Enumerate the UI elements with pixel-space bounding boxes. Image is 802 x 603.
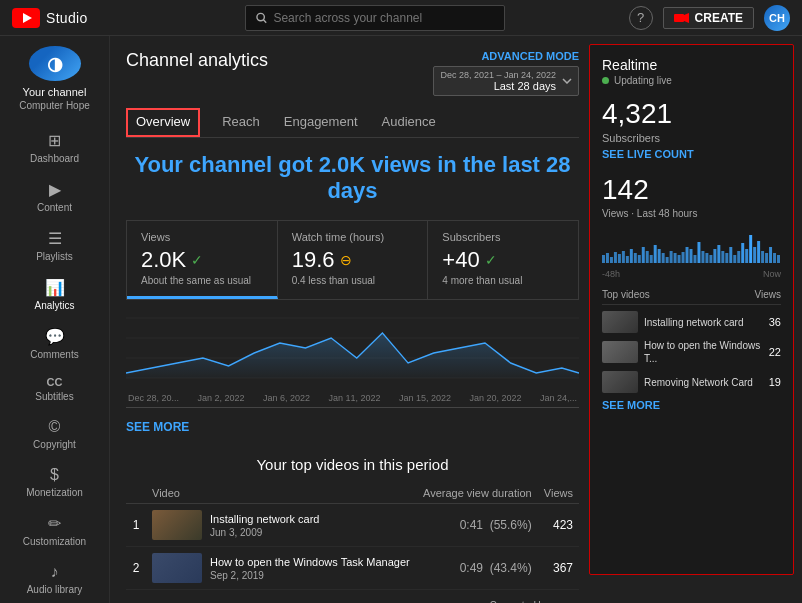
- search-wrap[interactable]: [245, 5, 505, 31]
- subtitles-icon: CC: [47, 376, 63, 388]
- playlists-icon: ☰: [48, 229, 62, 248]
- rt-subscribers-num: 4,321: [602, 98, 781, 130]
- main-layout: ◑ Your channel Computer Hope ⊞ Dashboard…: [0, 36, 802, 603]
- row-views-1: 423: [538, 504, 579, 547]
- tab-overview[interactable]: Overview: [126, 108, 200, 137]
- sidebar-label-audio-library: Audio library: [27, 584, 83, 595]
- table-row: 2 How to open the Windows Task Manager S…: [126, 547, 579, 590]
- analytics-header-row: Channel analytics ADVANCED MODE Dec 28, …: [126, 50, 579, 104]
- sidebar-item-customization[interactable]: ✏ Customization: [0, 506, 109, 555]
- row-num-1: 1: [126, 504, 146, 547]
- sidebar-label-copyright: Copyright: [33, 439, 76, 450]
- metric-card-watch-time[interactable]: Watch time (hours) 19.6 ⊖ 0.4 less than …: [278, 221, 429, 299]
- rt-thumb-2: [602, 341, 638, 363]
- svg-rect-4: [674, 14, 684, 22]
- sidebar-item-dashboard[interactable]: ⊞ Dashboard: [0, 123, 109, 172]
- date-range-label: Last 28 days: [494, 80, 556, 92]
- svg-rect-51: [765, 253, 768, 263]
- tab-reach[interactable]: Reach: [220, 108, 262, 137]
- rt-top-videos-header: Top videos Views: [602, 289, 781, 305]
- user-avatar[interactable]: CH: [764, 5, 790, 31]
- sidebar-label-content: Content: [37, 202, 72, 213]
- svg-rect-21: [646, 251, 649, 263]
- metric-card-subscribers[interactable]: Subscribers +40 ✓ 4 more than usual: [428, 221, 578, 299]
- row-avg-1: 0:41 (55.6%): [417, 504, 538, 547]
- sidebar-item-copyright[interactable]: © Copyright: [0, 410, 109, 458]
- svg-rect-43: [733, 255, 736, 263]
- video-info-1: Installing network card Jun 3, 2009: [210, 513, 319, 538]
- see-more-link[interactable]: SEE MORE: [126, 420, 189, 434]
- svg-rect-28: [674, 253, 677, 263]
- svg-rect-46: [745, 249, 748, 263]
- top-videos-table: Video Average view duration Views 1: [126, 483, 579, 590]
- rt-see-more-link[interactable]: SEE MORE: [602, 399, 781, 411]
- youtube-logo-icon: [12, 8, 40, 28]
- sidebar-label-monetization: Monetization: [26, 487, 83, 498]
- rt-video-views-1: 36: [769, 316, 781, 328]
- sidebar-item-analytics[interactable]: 📊 Analytics: [0, 270, 109, 319]
- metric-watch-value: 19.6 ⊖: [292, 247, 414, 273]
- svg-rect-33: [693, 255, 696, 263]
- updating-live: Updating live: [602, 75, 781, 86]
- date-selector[interactable]: Dec 28, 2021 – Jan 24, 2022 Last 28 days: [433, 66, 579, 96]
- sidebar-label-dashboard: Dashboard: [30, 153, 79, 164]
- comments-icon: 💬: [45, 327, 65, 346]
- video-date-1: Jun 3, 2009: [210, 527, 319, 538]
- nav-right: ? CREATE CH: [629, 5, 790, 31]
- help-button[interactable]: ?: [629, 6, 653, 30]
- sidebar: ◑ Your channel Computer Hope ⊞ Dashboard…: [0, 36, 110, 603]
- rt-views-label: Views · Last 48 hours: [602, 208, 781, 219]
- analytics-icon: 📊: [45, 278, 65, 297]
- search-input[interactable]: [273, 11, 494, 25]
- svg-marker-5: [684, 13, 689, 23]
- svg-rect-20: [642, 247, 645, 263]
- sidebar-item-playlists[interactable]: ☰ Playlists: [0, 221, 109, 270]
- date-range-full: Dec 28, 2021 – Jan 24, 2022: [440, 70, 556, 80]
- svg-rect-40: [721, 251, 724, 263]
- row-video-2: How to open the Windows Task Manager Sep…: [146, 547, 417, 590]
- realtime-panel: Realtime Updating live 4,321 Subscribers…: [589, 44, 794, 575]
- channel-avatar: ◑: [29, 46, 81, 81]
- svg-rect-44: [737, 251, 740, 263]
- see-live-count-link[interactable]: SEE LIVE COUNT: [602, 148, 781, 160]
- rt-thumb-1: [602, 311, 638, 333]
- col-num: [126, 483, 146, 504]
- col-avg-view: Average view duration: [417, 483, 538, 504]
- rt-views-num: 142: [602, 174, 781, 206]
- sidebar-item-content[interactable]: ▶ Content: [0, 172, 109, 221]
- sidebar-label-analytics: Analytics: [34, 300, 74, 311]
- sidebar-item-subtitles[interactable]: CC Subtitles: [0, 368, 109, 410]
- search-icon: [256, 12, 267, 24]
- chevron-down-icon: [562, 78, 572, 84]
- svg-rect-27: [670, 251, 673, 263]
- tab-audience[interactable]: Audience: [380, 108, 438, 137]
- svg-rect-25: [662, 253, 665, 263]
- sidebar-item-comments[interactable]: 💬 Comments: [0, 319, 109, 368]
- col-video: Video: [146, 483, 417, 504]
- col-views: Views: [538, 483, 579, 504]
- svg-rect-14: [618, 254, 621, 263]
- channel-avatar-icon: ◑: [47, 53, 63, 75]
- svg-rect-42: [729, 247, 732, 263]
- advanced-mode-link[interactable]: ADVANCED MODE: [481, 50, 579, 62]
- tab-engagement[interactable]: Engagement: [282, 108, 360, 137]
- svg-rect-18: [634, 253, 637, 263]
- date-range-text: Dec 28, 2021 – Jan 24, 2022 Last 28 days: [440, 70, 556, 92]
- top-nav: Studio ? CREATE CH: [0, 0, 802, 36]
- svg-rect-26: [666, 257, 669, 263]
- sidebar-item-audio-library[interactable]: ♪ Audio library: [0, 555, 109, 603]
- svg-rect-49: [757, 241, 760, 263]
- svg-rect-48: [753, 247, 756, 263]
- main-content: Channel analytics ADVANCED MODE Dec 28, …: [110, 36, 589, 603]
- svg-rect-12: [610, 257, 613, 263]
- mini-chart-svg: [602, 227, 781, 265]
- metric-subs-value: +40 ✓: [442, 247, 564, 273]
- metric-card-views[interactable]: Views 2.0K ✓ About the same as usual: [127, 221, 278, 299]
- svg-rect-50: [761, 251, 764, 263]
- svg-rect-35: [701, 251, 704, 263]
- create-button[interactable]: CREATE: [663, 7, 754, 29]
- sidebar-item-monetization[interactable]: $ Monetization: [0, 458, 109, 506]
- svg-rect-30: [682, 252, 685, 263]
- metric-subs-sub: 4 more than usual: [442, 275, 564, 286]
- camera-icon: [674, 12, 690, 24]
